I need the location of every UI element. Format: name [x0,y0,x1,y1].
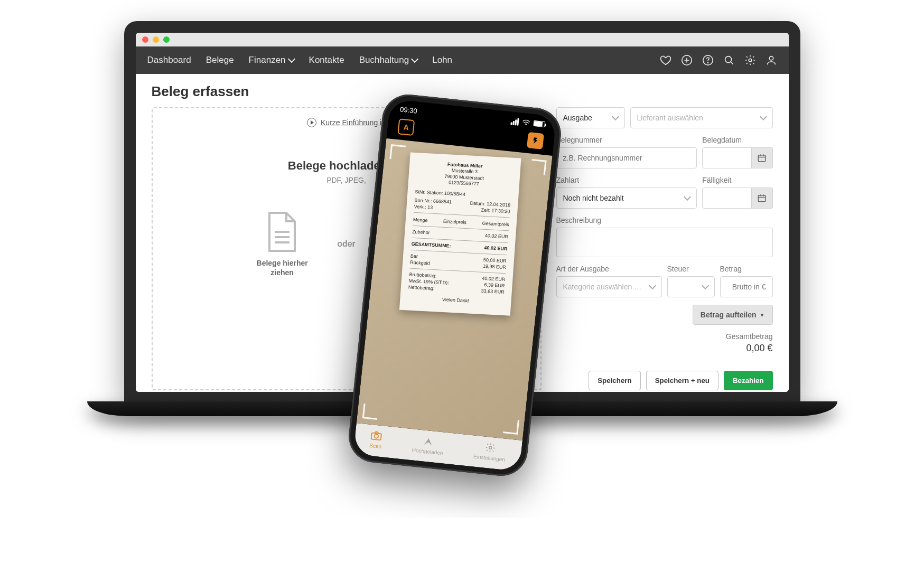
chevron-down-icon [703,283,708,291]
zahlart-select[interactable]: Noch nicht bezahlt [556,187,697,209]
logo-icon [422,435,435,447]
chevron-down-icon [761,114,766,122]
scanned-receipt: Fotohaus Miller Musteralle 3 79000 Muste… [399,152,521,316]
svg-point-3 [725,57,731,63]
steuer-label: Steuer [667,265,715,273]
frame-corner [362,404,378,420]
flash-toggle[interactable] [526,132,544,149]
app-navbar: Dashboard Belege Finanzen Kontakte Buchh… [136,46,789,74]
category-select[interactable]: Kategorie auswählen … [556,276,662,297]
save-button[interactable]: Speichern [589,371,640,390]
svg-point-10 [489,446,491,449]
intro-link-text: Kurze Einführung in [321,118,386,127]
wifi-icon [521,119,530,126]
belegnummer-input[interactable] [556,147,697,168]
or-separator: oder [337,239,356,249]
svg-point-2 [707,62,708,63]
calendar-icon [757,153,767,163]
file-icon [265,211,299,253]
betrag-label: Betrag [720,265,773,273]
total-value: 0,00 € [726,343,773,354]
chevron-down-icon [289,55,294,65]
type-select[interactable]: Ausgabe [556,107,625,128]
phone-time: 09:30 [399,105,417,115]
nav-dashboard[interactable]: Dashboard [147,55,191,65]
belegdatum-calendar-button[interactable] [752,147,773,168]
nav-buchhaltung[interactable]: Buchhaltung [359,55,418,65]
traffic-light-minimize[interactable] [153,36,159,43]
zahlart-label: Zahlart [556,176,697,184]
belegdatum-input[interactable] [702,147,751,168]
tax-select[interactable] [667,276,715,297]
phone-mockup: 09:30 A Fotohaus [346,92,563,478]
frame-corner [503,418,519,435]
search-icon[interactable] [723,54,735,66]
faelligkeit-calendar-button[interactable] [752,187,773,209]
supplier-select[interactable]: Lieferant auswählen [630,107,773,128]
gear-icon [484,442,497,454]
phone-tab-scan[interactable]: Scan [369,430,382,449]
chevron-down-icon [685,194,690,202]
frame-corner [389,144,406,161]
flash-off-icon [531,137,539,145]
pay-button[interactable]: Bezahlen [724,371,773,390]
frame-corner [530,159,546,175]
camera-viewfinder[interactable]: Fotohaus Miller Musteralle 3 79000 Muste… [356,138,552,440]
phone-tab-uploaded[interactable]: Hochgeladen [412,434,444,456]
traffic-light-zoom[interactable] [163,36,170,43]
page-title: Beleg erfassen [152,83,773,100]
belegdatum-label: Belegdatum [702,136,772,144]
gear-icon[interactable] [744,54,756,66]
help-icon[interactable] [702,54,714,66]
beschreibung-label: Beschreibung [556,216,773,224]
svg-point-9 [374,434,378,438]
battery-icon [533,120,545,127]
beschreibung-input[interactable] [556,228,773,257]
phone-tab-settings[interactable]: Einstellungen [473,441,506,463]
heart-icon[interactable] [660,54,671,66]
play-icon [307,118,316,127]
faelligkeit-label: Fälligkeit [702,176,772,184]
svg-rect-6 [758,155,766,162]
nav-finanzen[interactable]: Finanzen [249,55,294,65]
faelligkeit-input[interactable] [702,187,751,209]
chevron-down-icon [613,114,618,122]
calendar-icon [757,193,767,203]
svg-rect-7 [758,195,766,202]
chevron-down-icon [650,283,655,291]
belegnummer-label: Belegnummer [556,136,697,144]
nav-belege[interactable]: Belege [206,55,234,65]
add-icon[interactable] [681,54,693,66]
user-icon[interactable] [766,54,777,66]
chevron-down-icon [412,55,417,65]
dropzone-subheading: PDF, JPEG, [326,176,366,184]
receipt-form: Ausgabe Lieferant auswählen Belegnummer [556,107,773,390]
traffic-light-close[interactable] [142,36,148,43]
intro-video-link[interactable]: Kurze Einführung in [307,118,386,127]
svg-point-5 [769,57,773,60]
art-label: Art der Ausgabe [556,265,662,273]
auto-capture-toggle[interactable]: A [397,118,415,136]
svg-point-4 [749,59,752,62]
save-and-new-button[interactable]: Speichern + neu [646,371,718,390]
nav-kontakte[interactable]: Kontakte [309,55,344,65]
amount-input[interactable] [720,276,773,297]
nav-lohn[interactable]: Lohn [432,55,452,65]
camera-icon [370,430,382,442]
total-label: Gesamtbetrag [726,332,773,341]
drag-here-label: Belege hierher ziehen [245,258,319,277]
mac-titlebar [136,33,789,46]
split-amount-button[interactable]: Betrag aufteilen ▼ [693,305,773,325]
